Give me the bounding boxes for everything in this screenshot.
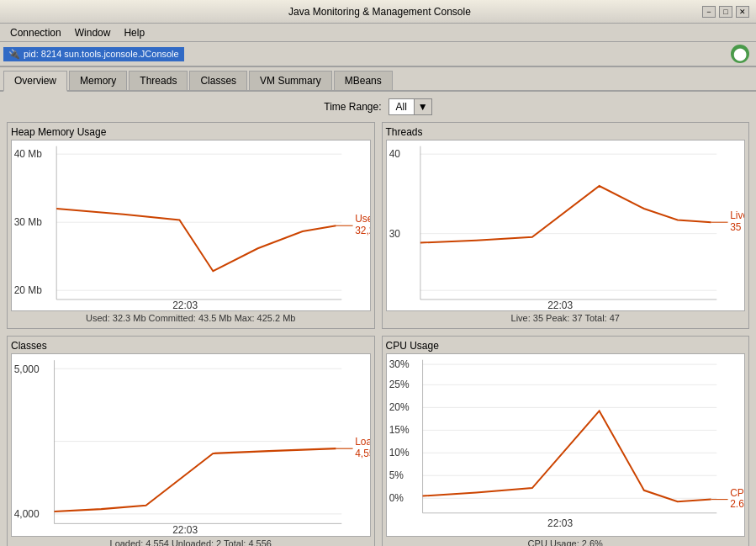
svg-text:30: 30 <box>389 228 400 240</box>
svg-text:25%: 25% <box>389 379 409 391</box>
svg-text:20 Mb: 20 Mb <box>14 284 43 296</box>
svg-text:32,259,448: 32,259,448 <box>355 225 369 236</box>
tab-overview[interactable]: Overview <box>3 71 67 92</box>
svg-text:22:03: 22:03 <box>547 300 573 311</box>
minimize-button[interactable]: − <box>702 6 716 18</box>
threads-chart: 40 30 22:03 Live threads 35 <box>386 140 746 311</box>
cpu-usage-chart: 30% 25% 20% 15% 10% 5% 0% <box>386 353 746 537</box>
svg-text:0%: 0% <box>389 493 404 505</box>
svg-text:30%: 30% <box>389 359 409 371</box>
svg-text:5,000: 5,000 <box>14 363 40 376</box>
svg-text:20%: 20% <box>389 402 409 414</box>
svg-text:40: 40 <box>389 148 400 160</box>
svg-text:4,000: 4,000 <box>14 508 40 521</box>
toolbar: 🔌 pid: 8214 sun.tools.jconsole.JConsole … <box>0 42 756 67</box>
tabs-bar: Overview Memory Threads Classes VM Summa… <box>0 67 756 92</box>
charts-grid: Heap Memory Usage 40 Mb 30 Mb 20 Mb 22:0… <box>7 122 749 537</box>
cpu-usage-footer: CPU Usage: 2.6% <box>386 537 746 546</box>
threads-panel: Threads 40 30 22:03 <box>382 122 750 329</box>
svg-text:22:03: 22:03 <box>547 517 573 529</box>
close-button[interactable]: ✕ <box>736 6 749 18</box>
classes-title: Classes <box>11 340 371 352</box>
svg-text:2.6%: 2.6% <box>730 498 744 510</box>
classes-panel: Classes 5,000 4,000 22:03 <box>7 336 375 546</box>
svg-text:CPU Usage: CPU Usage <box>730 487 744 499</box>
menu-connection[interactable]: Connection <box>3 25 68 40</box>
svg-text:15%: 15% <box>389 425 409 437</box>
cpu-usage-title: CPU Usage <box>386 340 746 352</box>
classes-footer: Loaded: 4,554 Unloaded: 2 Total: 4,556 <box>11 537 371 546</box>
heap-memory-footer: Used: 32.3 Mb Committed: 43.5 Mb Max: 42… <box>11 311 371 325</box>
title-bar: Java Monitoring & Management Console − □… <box>0 0 756 24</box>
status-icon: ⬤ <box>731 45 749 63</box>
menu-bar: Connection Window Help <box>0 24 756 42</box>
time-range-bar: Time Range: All ▼ <box>7 98 749 115</box>
maximize-button[interactable]: □ <box>719 6 732 18</box>
tab-memory[interactable]: Memory <box>69 71 127 90</box>
time-range-value: All <box>389 99 414 114</box>
tab-classes[interactable]: Classes <box>189 71 247 90</box>
svg-text:22:03: 22:03 <box>172 524 198 536</box>
tab-threads[interactable]: Threads <box>129 71 188 90</box>
heap-memory-panel: Heap Memory Usage 40 Mb 30 Mb 20 Mb 22:0… <box>7 122 375 329</box>
svg-text:Live threads: Live threads <box>730 209 744 221</box>
pid-label: 🔌 pid: 8214 sun.tools.jconsole.JConsole <box>3 47 184 61</box>
threads-footer: Live: 35 Peak: 37 Total: 47 <box>386 311 746 325</box>
svg-text:22:03: 22:03 <box>172 300 198 311</box>
window-title: Java Monitoring & Management Console <box>57 6 702 18</box>
svg-text:30 Mb: 30 Mb <box>14 216 43 228</box>
svg-text:Used: Used <box>355 213 369 225</box>
menu-window[interactable]: Window <box>68 25 118 40</box>
tab-vmsummary[interactable]: VM Summary <box>249 71 332 90</box>
threads-title: Threads <box>386 126 746 138</box>
tab-mbeans[interactable]: MBeans <box>334 71 393 90</box>
svg-text:4,554: 4,554 <box>355 448 369 460</box>
heap-memory-title: Heap Memory Usage <box>11 126 371 138</box>
time-range-label: Time Range: <box>324 101 381 113</box>
main-content: Time Range: All ▼ Heap Memory Usage 40 M… <box>0 92 756 545</box>
svg-text:Loaded: Loaded <box>355 436 369 448</box>
cpu-usage-panel: CPU Usage 30% 25% 20% 15% 10% 5% 0% <box>382 336 750 546</box>
time-range-dropdown-btn[interactable]: ▼ <box>414 99 431 114</box>
svg-text:5%: 5% <box>389 470 404 482</box>
svg-text:10%: 10% <box>389 448 409 459</box>
window-controls[interactable]: − □ ✕ <box>702 6 749 18</box>
time-range-select[interactable]: All ▼ <box>389 98 432 115</box>
svg-text:35: 35 <box>730 221 742 233</box>
classes-chart: 5,000 4,000 22:03 Loaded 4,5 <box>11 353 371 537</box>
heap-memory-chart: 40 Mb 30 Mb 20 Mb 22:03 Used <box>11 140 371 311</box>
svg-text:40 Mb: 40 Mb <box>14 148 43 160</box>
menu-help[interactable]: Help <box>117 25 151 40</box>
